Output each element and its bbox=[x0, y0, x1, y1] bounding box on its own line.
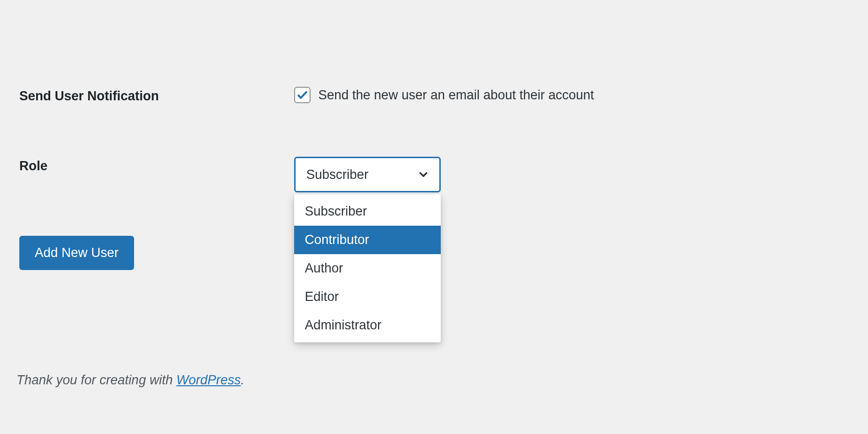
check-icon bbox=[297, 89, 308, 101]
role-option-administrator[interactable]: Administrator bbox=[294, 311, 441, 339]
notification-control: Send the new user an email about their a… bbox=[294, 87, 594, 103]
role-selected-value: Subscriber bbox=[306, 167, 368, 182]
role-label: Role bbox=[19, 157, 294, 174]
role-option-subscriber[interactable]: Subscriber bbox=[294, 197, 441, 226]
role-select-container: Subscriber SubscriberContributorAuthorEd… bbox=[294, 157, 441, 192]
notification-description: Send the new user an email about their a… bbox=[318, 88, 594, 103]
footer-suffix: . bbox=[241, 373, 244, 387]
role-row: Role Subscriber SubscriberContributorAut… bbox=[19, 157, 849, 192]
role-control: Subscriber SubscriberContributorAuthorEd… bbox=[294, 157, 441, 192]
notification-checkbox-wrap: Send the new user an email about their a… bbox=[294, 87, 594, 103]
notification-checkbox[interactable] bbox=[294, 87, 311, 103]
footer-credit: Thank you for creating with WordPress. bbox=[16, 373, 244, 388]
role-option-author[interactable]: Author bbox=[294, 254, 441, 283]
role-option-contributor[interactable]: Contributor bbox=[294, 226, 441, 254]
role-select[interactable]: Subscriber bbox=[294, 157, 441, 192]
notification-row: Send User Notification Send the new user… bbox=[19, 87, 849, 104]
role-dropdown: SubscriberContributorAuthorEditorAdminis… bbox=[294, 194, 441, 342]
add-new-user-button[interactable]: Add New User bbox=[19, 236, 134, 270]
footer-prefix: Thank you for creating with bbox=[16, 373, 176, 387]
wordpress-link[interactable]: WordPress bbox=[176, 373, 241, 387]
role-option-editor[interactable]: Editor bbox=[294, 283, 441, 311]
chevron-down-icon bbox=[417, 168, 430, 181]
notification-label: Send User Notification bbox=[19, 87, 294, 104]
